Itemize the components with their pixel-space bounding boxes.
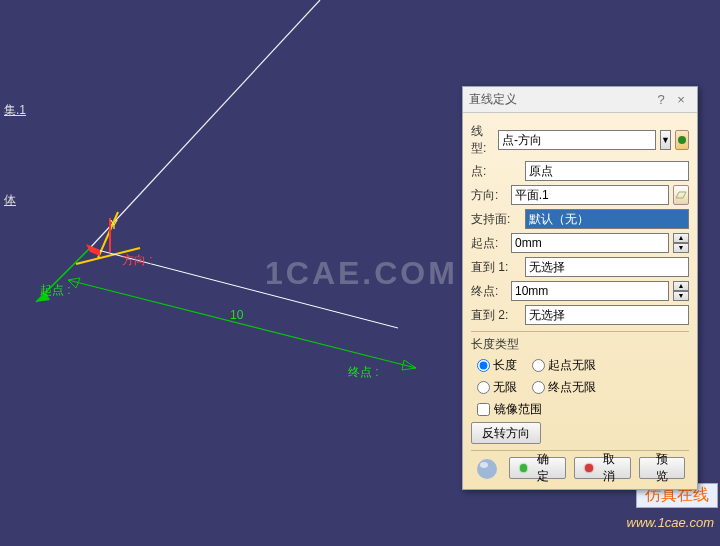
dialog-titlebar[interactable]: 直线定义 ? × bbox=[463, 87, 697, 113]
label-end: 终点: bbox=[471, 283, 507, 300]
cancel-dot-icon bbox=[585, 464, 593, 472]
chevron-down-icon[interactable]: ▼ bbox=[673, 243, 689, 253]
mirror-label: 镜像范围 bbox=[494, 401, 542, 418]
radio-end-infinite-label: 终点无限 bbox=[548, 379, 596, 396]
svg-point-14 bbox=[480, 462, 488, 468]
mirror-checkbox-row: 镜像范围 bbox=[471, 399, 689, 422]
radio-length[interactable]: 长度 bbox=[477, 357, 517, 374]
preview-button[interactable]: 预览 bbox=[639, 457, 685, 479]
radio-end-infinite-input[interactable] bbox=[532, 381, 545, 394]
brand-url: www.1cae.com bbox=[627, 515, 714, 530]
direction-field[interactable] bbox=[511, 185, 669, 205]
tree-item-geomset[interactable]: 集.1 bbox=[4, 102, 26, 119]
cancel-button-label: 取消 bbox=[597, 451, 621, 485]
reverse-direction-button[interactable]: 反转方向 bbox=[471, 422, 541, 444]
chevron-up-icon[interactable]: ▲ bbox=[673, 281, 689, 291]
svg-marker-12 bbox=[676, 192, 686, 198]
label-point: 点: bbox=[471, 163, 521, 180]
radio-start-infinite-label: 起点无限 bbox=[548, 357, 596, 374]
start-point-callout: 起点 : bbox=[40, 282, 71, 299]
help-icon[interactable]: ? bbox=[651, 92, 671, 107]
upto1-field[interactable] bbox=[525, 257, 689, 277]
dimension-value: 10 bbox=[230, 308, 243, 322]
svg-point-11 bbox=[678, 136, 686, 144]
radio-length-label: 长度 bbox=[493, 357, 517, 374]
label-line-type: 线型: bbox=[471, 123, 494, 157]
ok-button-label: 确定 bbox=[531, 451, 555, 485]
dialog-title-text: 直线定义 bbox=[469, 91, 517, 108]
decor-sphere-icon bbox=[475, 457, 501, 479]
end-point-callout: 终点 : bbox=[348, 364, 379, 381]
point-field[interactable] bbox=[525, 161, 689, 181]
upto2-field[interactable] bbox=[525, 305, 689, 325]
direction-plane-icon[interactable] bbox=[673, 185, 689, 205]
chevron-up-icon[interactable]: ▲ bbox=[673, 233, 689, 243]
support-field[interactable]: 默认（无） bbox=[525, 209, 689, 229]
end-field[interactable] bbox=[511, 281, 669, 301]
label-start: 起点: bbox=[471, 235, 507, 252]
line-type-dropdown-icon[interactable]: ▼ bbox=[660, 130, 671, 150]
length-type-section: 长度类型 bbox=[471, 331, 689, 353]
label-support: 支持面: bbox=[471, 211, 521, 228]
direction-callout: 方向 : bbox=[122, 252, 153, 269]
start-field[interactable] bbox=[511, 233, 669, 253]
radio-infinite[interactable]: 无限 bbox=[477, 379, 517, 396]
label-upto1: 直到 1: bbox=[471, 259, 521, 276]
ok-dot-icon bbox=[520, 464, 528, 472]
radio-infinite-input[interactable] bbox=[477, 381, 490, 394]
tree-item-body[interactable]: 体 bbox=[4, 192, 16, 209]
start-spinner[interactable]: ▲▼ bbox=[673, 233, 689, 253]
svg-line-0 bbox=[90, 0, 320, 248]
label-direction: 方向: bbox=[471, 187, 507, 204]
radio-end-infinite[interactable]: 终点无限 bbox=[532, 379, 596, 396]
line-type-action-icon[interactable] bbox=[675, 130, 689, 150]
line-type-select[interactable] bbox=[498, 130, 656, 150]
radio-infinite-label: 无限 bbox=[493, 379, 517, 396]
preview-button-label: 预览 bbox=[650, 451, 674, 485]
radio-length-input[interactable] bbox=[477, 359, 490, 372]
label-upto2: 直到 2: bbox=[471, 307, 521, 324]
ok-button[interactable]: 确定 bbox=[509, 457, 566, 479]
chevron-down-icon[interactable]: ▼ bbox=[673, 291, 689, 301]
line-definition-dialog: 直线定义 ? × 线型: ▼ 点: 方向: 支持面: 默认（无） 起点: ▲▼ bbox=[462, 86, 698, 490]
reverse-direction-label: 反转方向 bbox=[482, 425, 530, 442]
length-type-radios-2: 无限 终点无限 bbox=[471, 377, 689, 399]
close-icon[interactable]: × bbox=[671, 92, 691, 107]
cancel-button[interactable]: 取消 bbox=[574, 457, 631, 479]
radio-start-infinite-input[interactable] bbox=[532, 359, 545, 372]
end-spinner[interactable]: ▲▼ bbox=[673, 281, 689, 301]
svg-line-6 bbox=[68, 280, 416, 368]
svg-point-13 bbox=[477, 459, 497, 479]
axis-label-y: Y bbox=[110, 218, 118, 232]
radio-start-infinite[interactable]: 起点无限 bbox=[532, 357, 596, 374]
mirror-checkbox[interactable] bbox=[477, 403, 490, 416]
length-type-radios: 长度 起点无限 bbox=[471, 355, 689, 377]
